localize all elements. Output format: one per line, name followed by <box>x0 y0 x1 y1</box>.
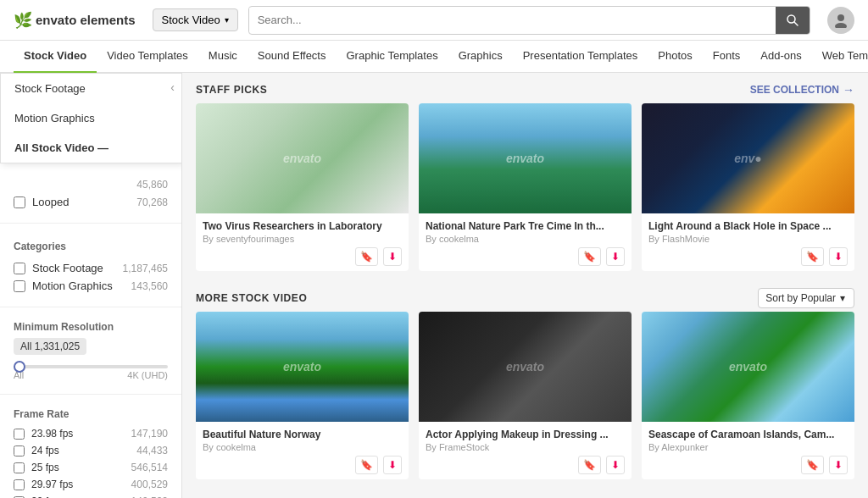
header: 🌿 envato elements Stock Video ▾ <box>0 0 868 41</box>
logo: 🌿 envato elements <box>14 11 136 30</box>
svg-point-3 <box>835 23 847 28</box>
card-title-4: Beautiful Nature Norway <box>203 429 402 440</box>
nav-item-sound-effects[interactable]: Sound Effects <box>248 41 337 73</box>
card-thumb-5: envato <box>419 312 632 422</box>
arrow-right-icon: → <box>843 83 854 97</box>
download-button-1[interactable]: ⬇ <box>383 247 402 266</box>
sidebar-frame-rate-section: Frame Rate 23.98 fps 147,190 24 fps 44,4… <box>0 401 181 498</box>
watermark-4: envato <box>283 360 321 374</box>
search-button[interactable] <box>776 7 810 34</box>
fps-24-checkbox[interactable] <box>14 445 25 456</box>
card-thumb-2: envato <box>419 103 632 213</box>
staff-pick-card-1: envato Two Virus Researchers in Laborato… <box>196 103 409 271</box>
card-thumb-1: envato <box>196 103 409 213</box>
bookmark-button-1[interactable]: 🔖 <box>355 247 378 266</box>
sidebar-filter-looped: Looped 70,268 <box>14 193 168 211</box>
frame-rate-25: 25 fps 546,514 <box>14 459 168 476</box>
card-author-6: By Alexpunker <box>648 442 848 452</box>
watermark-1: envato <box>283 152 321 165</box>
bookmark-button-3[interactable]: 🔖 <box>801 247 824 266</box>
nav-item-video-templates[interactable]: Video Templates <box>97 41 198 73</box>
sidebar-item-all-stock-video[interactable]: All Stock Video — <box>1 133 181 163</box>
staff-picks-header: STAFF PICKS SEE COLLECTION → <box>182 73 868 103</box>
fps-2997-checkbox[interactable] <box>14 479 25 490</box>
logo-leaf-icon: 🌿 <box>14 11 32 30</box>
card-actions-5: 🔖 ⬇ <box>426 456 625 474</box>
search-input[interactable] <box>249 8 776 32</box>
card-author-2: By cookelma <box>426 234 625 244</box>
download-button-6[interactable]: ⬇ <box>829 456 848 474</box>
card-thumb-6: envato <box>642 312 854 422</box>
card-actions-4: 🔖 ⬇ <box>203 456 402 474</box>
more-stock-grid: envato Beautiful Nature Norway By cookel… <box>182 312 868 493</box>
nav-item-presentation-templates[interactable]: Presentation Templates <box>513 41 648 73</box>
sidebar-item-stock-footage[interactable]: Stock Footage <box>1 74 181 103</box>
sidebar: Stock Footage Motion Graphics All Stock … <box>0 73 182 498</box>
svg-line-1 <box>794 22 798 25</box>
category-stock-footage-checkbox[interactable] <box>14 263 25 274</box>
frame-rate-24: 24 fps 44,433 <box>14 442 168 459</box>
sidebar-dropdown: Stock Footage Motion Graphics All Stock … <box>0 73 182 163</box>
nav-item-graphic-templates[interactable]: Graphic Templates <box>337 41 448 73</box>
svg-point-2 <box>837 14 844 21</box>
card-title-6: Seascape of Caramoan Islands, Cam... <box>648 429 848 440</box>
download-button-2[interactable]: ⬇ <box>606 247 625 266</box>
staff-pick-card-2: envato National Nature Park Tre Cime In … <box>419 103 632 271</box>
download-button-5[interactable]: ⬇ <box>606 456 625 474</box>
nav-item-stock-video[interactable]: Stock Video <box>14 41 97 73</box>
content-area: STAFF PICKS SEE COLLECTION → envato Two … <box>182 73 868 498</box>
card-info-6: Seascape of Caramoan Islands, Cam... By … <box>642 422 854 479</box>
watermark-2: envato <box>506 152 544 165</box>
nav-item-web-templates[interactable]: Web Templates <box>812 41 868 73</box>
user-avatar-icon <box>833 13 849 28</box>
more-stock-title: MORE STOCK VIDEO <box>196 292 307 304</box>
more-stock-card-3: envato Seascape of Caramoan Islands, Cam… <box>642 312 854 479</box>
logo-text: envato elements <box>36 13 136 27</box>
fps-23-checkbox[interactable] <box>14 429 25 440</box>
bookmark-button-4[interactable]: 🔖 <box>355 456 378 474</box>
bookmark-button-5[interactable]: 🔖 <box>578 456 601 474</box>
nav-item-graphics[interactable]: Graphics <box>448 41 513 73</box>
nav-item-photos[interactable]: Photos <box>648 41 702 73</box>
resolution-slider-track <box>14 365 168 368</box>
sidebar-categories-section: Categories Stock Footage 1,187,465 Motio… <box>0 230 181 300</box>
card-title-5: Actor Applying Makeup in Dressing ... <box>426 429 625 440</box>
dropdown-label: Stock Video <box>162 14 220 26</box>
staff-picks-title: STAFF PICKS <box>196 84 267 96</box>
more-stock-card-2: envato Actor Applying Makeup in Dressing… <box>419 312 632 479</box>
user-icon[interactable] <box>827 7 854 34</box>
looped-checkbox[interactable] <box>14 196 25 208</box>
nav-item-music[interactable]: Music <box>198 41 248 73</box>
search-icon <box>786 14 799 27</box>
bookmark-button-6[interactable]: 🔖 <box>801 456 824 474</box>
card-author-5: By FrameStock <box>426 442 625 452</box>
sidebar-item-motion-graphics[interactable]: Motion Graphics <box>1 103 181 133</box>
nav-item-addons[interactable]: Add-ons <box>750 41 811 73</box>
frame-rate-2997: 29.97 fps 400,529 <box>14 476 168 493</box>
watermark-3: env● <box>734 152 762 165</box>
nav-item-fonts[interactable]: Fonts <box>703 41 751 73</box>
category-motion-graphics-checkbox[interactable] <box>14 280 25 292</box>
card-info-2: National Nature Park Tre Cime In th... B… <box>419 213 632 271</box>
sort-dropdown[interactable]: Sort by Popular ▾ <box>758 288 854 308</box>
card-info-1: Two Virus Researchers in Laboratory By s… <box>196 213 409 271</box>
staff-picks-grid: envato Two Virus Researchers in Laborato… <box>182 103 868 285</box>
download-button-3[interactable]: ⬇ <box>829 247 848 266</box>
card-thumb-4: envato <box>196 312 409 422</box>
card-info-4: Beautiful Nature Norway By cookelma 🔖 ⬇ <box>196 422 409 479</box>
bookmark-button-2[interactable]: 🔖 <box>578 247 601 266</box>
close-icon[interactable]: ‹ <box>170 80 175 94</box>
see-collection-link[interactable]: SEE COLLECTION → <box>750 83 854 97</box>
category-dropdown[interactable]: Stock Video ▾ <box>153 8 238 31</box>
frame-rate-23: 23.98 fps 147,190 <box>14 425 168 442</box>
card-author-4: By cookelma <box>203 442 402 452</box>
card-title-2: National Nature Park Tre Cime In th... <box>426 220 625 232</box>
download-button-4[interactable]: ⬇ <box>383 456 402 474</box>
card-author-1: By seventyfourimages <box>203 234 402 244</box>
staff-pick-card-3: env● Light Around a Black Hole in Space … <box>642 103 854 271</box>
fps-25-checkbox[interactable] <box>14 462 25 473</box>
sidebar-all-section: 45,860 Looped 70,268 <box>0 166 181 216</box>
chevron-down-icon: ▾ <box>225 15 229 25</box>
resolution-slider-thumb[interactable] <box>14 361 25 373</box>
sidebar-resolution-section: Minimum Resolution All 1,331,025 All 4K … <box>0 314 181 387</box>
